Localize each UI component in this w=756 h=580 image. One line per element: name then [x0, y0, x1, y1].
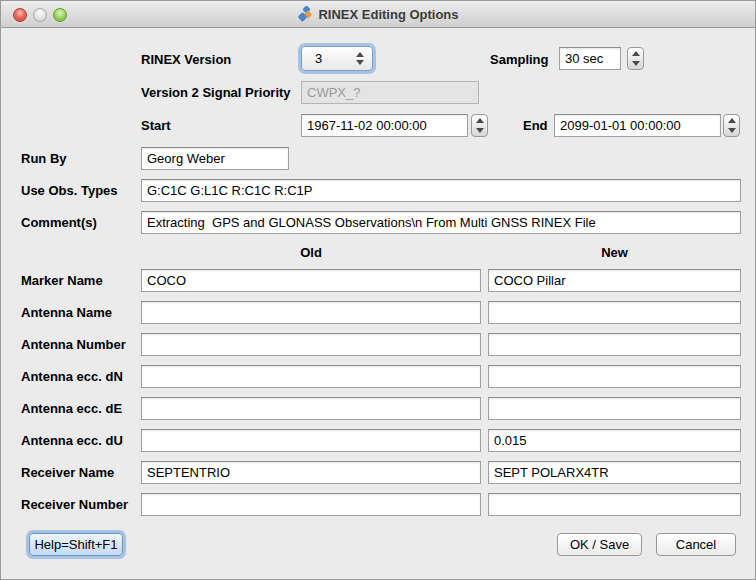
field-label-receiver-number: Receiver Number: [21, 497, 128, 512]
ok-save-button[interactable]: OK / Save: [557, 533, 642, 556]
stepper-up[interactable]: [472, 115, 487, 126]
marker-name-old-input[interactable]: [141, 269, 481, 292]
run-by-input[interactable]: [141, 147, 289, 170]
close-button[interactable]: [13, 8, 27, 22]
antenna-ecc-du-new-input[interactable]: [488, 429, 741, 452]
spin-down-icon[interactable]: [728, 128, 736, 133]
signal-priority-input: [301, 81, 479, 104]
sampling-label: Sampling: [490, 52, 549, 67]
field-label-antenna-ecc-du: Antenna ecc. dU: [21, 433, 123, 448]
antenna-number-old-input[interactable]: [141, 333, 481, 356]
sampling-input[interactable]: [559, 47, 621, 70]
stepper-down[interactable]: [724, 126, 739, 137]
field-label-antenna-name: Antenna Name: [21, 305, 112, 320]
comments-input[interactable]: [141, 211, 741, 234]
antenna-ecc-dn-old-input[interactable]: [141, 365, 481, 388]
spin-down-icon[interactable]: [632, 61, 640, 66]
window-title: RINEX Editing Options: [318, 7, 458, 22]
new-column-header: New: [488, 245, 741, 260]
field-label-antenna-ecc-de: Antenna ecc. dE: [21, 401, 122, 416]
field-label-antenna-number: Antenna Number: [21, 337, 126, 352]
obs-types-input[interactable]: [141, 179, 741, 202]
receiver-name-new-input[interactable]: [488, 461, 741, 484]
start-datetime-input[interactable]: [301, 114, 468, 137]
antenna-ecc-dn-new-input[interactable]: [488, 365, 741, 388]
start-stepper[interactable]: [471, 114, 488, 137]
antenna-name-old-input[interactable]: [141, 301, 481, 324]
antenna-name-new-input[interactable]: [488, 301, 741, 324]
receiver-number-new-input[interactable]: [488, 493, 741, 516]
marker-name-new-input[interactable]: [488, 269, 741, 292]
spin-up-icon[interactable]: [356, 52, 364, 57]
rinex-version-value: 3: [302, 51, 352, 66]
field-label-receiver-name: Receiver Name: [21, 465, 114, 480]
antenna-ecc-de-new-input[interactable]: [488, 397, 741, 420]
spin-down-icon[interactable]: [476, 128, 484, 133]
minimize-button[interactable]: [33, 8, 47, 22]
stepper-up[interactable]: [724, 115, 739, 126]
receiver-name-old-input[interactable]: [141, 461, 481, 484]
end-label: End: [523, 118, 548, 133]
antenna-ecc-du-old-input[interactable]: [141, 429, 481, 452]
stepper-up[interactable]: [628, 48, 643, 59]
field-label-marker-name: Marker Name: [21, 273, 103, 288]
bnc-app-icon: [297, 6, 313, 22]
sampling-stepper[interactable]: [627, 47, 644, 70]
rinex-editing-options-dialog: RINEX Editing Options RINEX Version 3 Sa…: [0, 0, 756, 580]
titlebar[interactable]: RINEX Editing Options: [1, 1, 755, 28]
comments-label: Comment(s): [21, 215, 97, 230]
signal-priority-label: Version 2 Signal Priority: [141, 85, 291, 100]
cancel-button[interactable]: Cancel: [656, 533, 736, 556]
field-label-antenna-ecc-dn: Antenna ecc. dN: [21, 369, 123, 384]
receiver-number-old-input[interactable]: [141, 493, 481, 516]
spin-up-icon[interactable]: [476, 118, 484, 123]
spin-up-icon[interactable]: [632, 51, 640, 56]
run-by-label: Run By: [21, 151, 67, 166]
zoom-button[interactable]: [53, 8, 67, 22]
old-column-header: Old: [141, 245, 481, 260]
rinex-version-spinbox[interactable]: 3: [301, 46, 373, 71]
help-button[interactable]: Help=Shift+F1: [29, 533, 123, 556]
start-label: Start: [141, 118, 171, 133]
end-stepper[interactable]: [723, 114, 740, 137]
spin-down-icon[interactable]: [356, 60, 364, 65]
antenna-number-new-input[interactable]: [488, 333, 741, 356]
rinex-version-label: RINEX Version: [141, 52, 231, 67]
spin-up-icon[interactable]: [728, 118, 736, 123]
stepper-down[interactable]: [472, 126, 487, 137]
end-datetime-input[interactable]: [554, 114, 721, 137]
obs-types-label: Use Obs. Types: [21, 183, 118, 198]
antenna-ecc-de-old-input[interactable]: [141, 397, 481, 420]
stepper-down[interactable]: [628, 59, 643, 70]
